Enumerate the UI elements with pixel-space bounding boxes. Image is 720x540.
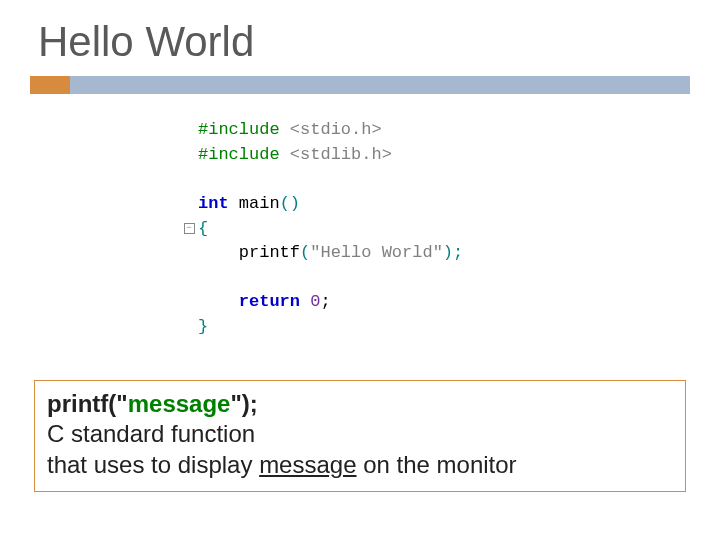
code-rbrace: } xyxy=(198,315,208,340)
code-int: int xyxy=(198,192,229,217)
slide-title: Hello World xyxy=(38,18,690,66)
rule-blue xyxy=(70,76,690,94)
code-zero: 0 xyxy=(300,290,320,315)
info-line-3: that uses to display message on the moni… xyxy=(47,450,673,481)
code-include-2b: <stdlib.h> xyxy=(290,143,392,168)
info-l1a: printf(" xyxy=(47,390,128,417)
info-line-1: printf("message"); xyxy=(47,389,673,420)
info-l3a: that uses to display xyxy=(47,451,259,478)
code-include-2a: #include xyxy=(198,143,290,168)
code-parens: () xyxy=(280,192,300,217)
code-paren-close: ); xyxy=(443,241,463,266)
info-l3c: on the monitor xyxy=(357,451,517,478)
info-l1b: message xyxy=(128,390,231,417)
info-l3b: message xyxy=(259,451,356,478)
code-main: main xyxy=(229,192,280,217)
title-rule xyxy=(30,76,690,94)
code-lbrace: { xyxy=(198,217,208,242)
code-include-1a: #include xyxy=(198,118,290,143)
info-line-2: C standard function xyxy=(47,419,673,450)
code-printf: printf xyxy=(198,241,300,266)
code-return: return xyxy=(198,290,300,315)
rule-orange xyxy=(30,76,70,94)
code-semi: ; xyxy=(320,290,330,315)
info-l1c: "); xyxy=(230,390,257,417)
code-block: #include <stdio.h> #include <stdlib.h> i… xyxy=(180,118,690,340)
fold-icon: − xyxy=(180,223,198,234)
code-string: "Hello World" xyxy=(310,241,443,266)
code-include-1b: <stdio.h> xyxy=(290,118,382,143)
code-paren-open: ( xyxy=(300,241,310,266)
info-box: printf("message"); C standard function t… xyxy=(34,380,686,492)
